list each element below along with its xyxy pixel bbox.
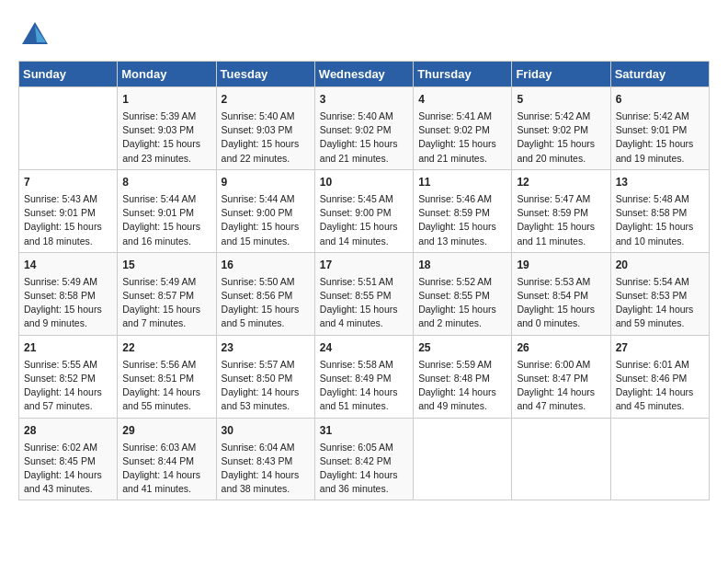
logo: [18, 18, 55, 52]
calendar-cell: 31Sunrise: 6:05 AM Sunset: 8:42 PM Dayli…: [314, 418, 413, 500]
day-number: 15: [122, 257, 210, 273]
day-number: 8: [122, 174, 210, 190]
cell-content: Sunrise: 6:01 AM Sunset: 8:46 PM Dayligh…: [616, 358, 704, 414]
calendar-cell: 16Sunrise: 5:50 AM Sunset: 8:56 PM Dayli…: [216, 252, 314, 335]
calendar-cell: 27Sunrise: 6:01 AM Sunset: 8:46 PM Dayli…: [610, 335, 709, 418]
calendar-cell: 13Sunrise: 5:48 AM Sunset: 8:58 PM Dayli…: [610, 169, 709, 252]
day-header-sunday: Sunday: [19, 62, 118, 87]
calendar-cell: 20Sunrise: 5:54 AM Sunset: 8:53 PM Dayli…: [610, 252, 709, 335]
day-number: 5: [517, 91, 605, 108]
cell-content: Sunrise: 5:44 AM Sunset: 9:01 PM Dayligh…: [122, 192, 210, 248]
cell-content: Sunrise: 5:43 AM Sunset: 9:01 PM Dayligh…: [24, 192, 112, 248]
calendar-cell: 23Sunrise: 5:57 AM Sunset: 8:50 PM Dayli…: [216, 335, 314, 418]
cell-content: Sunrise: 5:39 AM Sunset: 9:03 PM Dayligh…: [122, 109, 210, 166]
day-number: 9: [222, 174, 310, 190]
day-number: 1: [122, 91, 210, 108]
calendar-cell: 22Sunrise: 5:56 AM Sunset: 8:51 PM Dayli…: [118, 335, 216, 418]
day-number: 2: [222, 91, 310, 108]
cell-content: Sunrise: 5:55 AM Sunset: 8:52 PM Dayligh…: [24, 358, 112, 414]
calendar-cell: 1Sunrise: 5:39 AM Sunset: 9:03 PM Daylig…: [118, 87, 216, 170]
cell-content: Sunrise: 5:40 AM Sunset: 9:03 PM Dayligh…: [222, 109, 310, 166]
calendar-cell: 18Sunrise: 5:52 AM Sunset: 8:55 PM Dayli…: [414, 252, 512, 335]
cell-content: Sunrise: 5:46 AM Sunset: 8:59 PM Dayligh…: [418, 192, 506, 248]
day-header-tuesday: Tuesday: [216, 62, 314, 87]
day-number: 12: [517, 174, 605, 190]
cell-content: Sunrise: 5:49 AM Sunset: 8:58 PM Dayligh…: [24, 275, 112, 331]
calendar-cell: 7Sunrise: 5:43 AM Sunset: 9:01 PM Daylig…: [19, 169, 118, 252]
calendar-cell: 12Sunrise: 5:47 AM Sunset: 8:59 PM Dayli…: [512, 169, 610, 252]
calendar-cell: [512, 418, 610, 500]
cell-content: Sunrise: 6:04 AM Sunset: 8:43 PM Dayligh…: [222, 441, 310, 497]
calendar-cell: [414, 418, 512, 500]
calendar-week-row: 1Sunrise: 5:39 AM Sunset: 9:03 PM Daylig…: [19, 87, 710, 170]
calendar-cell: 10Sunrise: 5:45 AM Sunset: 9:00 PM Dayli…: [314, 169, 413, 252]
cell-content: Sunrise: 5:58 AM Sunset: 8:49 PM Dayligh…: [320, 358, 408, 414]
cell-content: Sunrise: 5:49 AM Sunset: 8:57 PM Dayligh…: [122, 275, 210, 331]
calendar-cell: 2Sunrise: 5:40 AM Sunset: 9:03 PM Daylig…: [216, 87, 314, 170]
day-header-friday: Friday: [512, 62, 610, 87]
cell-content: Sunrise: 6:05 AM Sunset: 8:42 PM Dayligh…: [320, 441, 408, 497]
calendar-cell: 6Sunrise: 5:42 AM Sunset: 9:01 PM Daylig…: [610, 87, 709, 170]
calendar-cell: 19Sunrise: 5:53 AM Sunset: 8:54 PM Dayli…: [512, 252, 610, 335]
calendar-cell: 11Sunrise: 5:46 AM Sunset: 8:59 PM Dayli…: [414, 169, 512, 252]
day-number: 23: [222, 339, 310, 356]
cell-content: Sunrise: 6:00 AM Sunset: 8:47 PM Dayligh…: [517, 358, 605, 414]
calendar-cell: 26Sunrise: 6:00 AM Sunset: 8:47 PM Dayli…: [512, 335, 610, 418]
day-number: 3: [320, 91, 408, 108]
day-number: 28: [24, 422, 112, 439]
day-header-thursday: Thursday: [414, 62, 512, 87]
cell-content: Sunrise: 5:41 AM Sunset: 9:02 PM Dayligh…: [418, 109, 506, 166]
cell-content: Sunrise: 5:52 AM Sunset: 8:55 PM Dayligh…: [418, 275, 506, 331]
day-number: 24: [320, 339, 408, 356]
day-number: 22: [122, 339, 210, 356]
cell-content: Sunrise: 5:50 AM Sunset: 8:56 PM Dayligh…: [222, 275, 310, 331]
calendar-cell: [610, 418, 709, 500]
calendar-cell: 17Sunrise: 5:51 AM Sunset: 8:55 PM Dayli…: [314, 252, 413, 335]
calendar-cell: 8Sunrise: 5:44 AM Sunset: 9:01 PM Daylig…: [118, 169, 216, 252]
cell-content: Sunrise: 5:56 AM Sunset: 8:51 PM Dayligh…: [122, 358, 210, 414]
calendar-header-row: SundayMondayTuesdayWednesdayThursdayFrid…: [19, 62, 710, 87]
calendar-week-row: 21Sunrise: 5:55 AM Sunset: 8:52 PM Dayli…: [19, 335, 710, 418]
cell-content: Sunrise: 5:54 AM Sunset: 8:53 PM Dayligh…: [616, 275, 704, 331]
cell-content: Sunrise: 5:51 AM Sunset: 8:55 PM Dayligh…: [320, 275, 408, 331]
day-number: 19: [517, 257, 605, 273]
day-header-monday: Monday: [118, 62, 216, 87]
day-number: 14: [24, 257, 112, 273]
day-number: 17: [320, 257, 408, 273]
cell-content: Sunrise: 5:48 AM Sunset: 8:58 PM Dayligh…: [616, 192, 704, 248]
calendar-cell: 24Sunrise: 5:58 AM Sunset: 8:49 PM Dayli…: [314, 335, 413, 418]
day-number: 7: [24, 174, 112, 190]
cell-content: Sunrise: 5:47 AM Sunset: 8:59 PM Dayligh…: [517, 192, 605, 248]
day-number: 21: [24, 339, 112, 356]
cell-content: Sunrise: 5:45 AM Sunset: 9:00 PM Dayligh…: [320, 192, 408, 248]
calendar-cell: 28Sunrise: 6:02 AM Sunset: 8:45 PM Dayli…: [19, 418, 118, 500]
day-number: 10: [320, 174, 408, 190]
calendar-cell: 29Sunrise: 6:03 AM Sunset: 8:44 PM Dayli…: [118, 418, 216, 500]
day-number: 18: [418, 257, 506, 273]
logo-icon: [18, 18, 51, 52]
calendar-cell: 14Sunrise: 5:49 AM Sunset: 8:58 PM Dayli…: [19, 252, 118, 335]
calendar-week-row: 7Sunrise: 5:43 AM Sunset: 9:01 PM Daylig…: [19, 169, 710, 252]
calendar-cell: 5Sunrise: 5:42 AM Sunset: 9:02 PM Daylig…: [512, 87, 610, 170]
cell-content: Sunrise: 6:03 AM Sunset: 8:44 PM Dayligh…: [122, 441, 210, 497]
day-header-wednesday: Wednesday: [314, 62, 413, 87]
calendar-week-row: 14Sunrise: 5:49 AM Sunset: 8:58 PM Dayli…: [19, 252, 710, 335]
calendar-week-row: 28Sunrise: 6:02 AM Sunset: 8:45 PM Dayli…: [19, 418, 710, 500]
day-number: 16: [222, 257, 310, 273]
calendar-cell: 30Sunrise: 6:04 AM Sunset: 8:43 PM Dayli…: [216, 418, 314, 500]
day-number: 31: [320, 422, 408, 439]
calendar-cell: 25Sunrise: 5:59 AM Sunset: 8:48 PM Dayli…: [414, 335, 512, 418]
cell-content: Sunrise: 6:02 AM Sunset: 8:45 PM Dayligh…: [24, 441, 112, 497]
day-number: 4: [418, 91, 506, 108]
cell-content: Sunrise: 5:42 AM Sunset: 9:01 PM Dayligh…: [616, 109, 704, 166]
day-number: 27: [616, 339, 704, 356]
day-header-saturday: Saturday: [610, 62, 709, 87]
calendar-cell: 9Sunrise: 5:44 AM Sunset: 9:00 PM Daylig…: [216, 169, 314, 252]
cell-content: Sunrise: 5:40 AM Sunset: 9:02 PM Dayligh…: [320, 109, 408, 166]
day-number: 30: [222, 422, 310, 439]
day-number: 6: [616, 91, 704, 108]
cell-content: Sunrise: 5:59 AM Sunset: 8:48 PM Dayligh…: [418, 358, 506, 414]
cell-content: Sunrise: 5:57 AM Sunset: 8:50 PM Dayligh…: [222, 358, 310, 414]
day-number: 29: [122, 422, 210, 439]
day-number: 13: [616, 174, 704, 190]
